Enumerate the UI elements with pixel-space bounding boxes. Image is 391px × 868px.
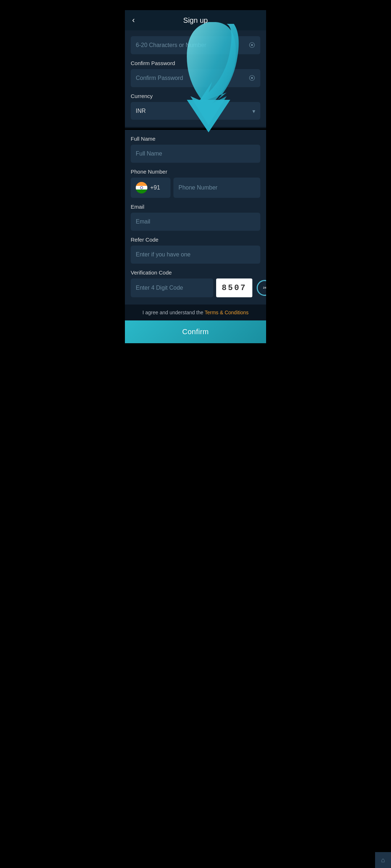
verification-input[interactable] <box>131 278 213 297</box>
refer-code-input[interactable] <box>131 246 260 264</box>
phone-label: Phone Number <box>131 169 260 175</box>
india-flag <box>136 182 147 193</box>
captcha-text: 8507 <box>222 284 247 293</box>
currency-select-wrapper: INR USD EUR ▾ <box>131 102 260 120</box>
terms-link[interactable]: Terms & Conditions <box>205 310 248 315</box>
confirm-password-label: Confirm Password <box>131 60 260 66</box>
phone-row: +91 <box>131 178 260 198</box>
form-section-upper: ⦿ Confirm Password ⦿ Currency INR USD EU… <box>125 30 266 128</box>
form-section-lower: Full Name Phone Number +91 Email R <box>125 130 266 305</box>
confirm-password-input[interactable] <box>131 69 260 87</box>
password-input[interactable] <box>131 36 260 54</box>
back-button[interactable]: ‹ <box>132 16 135 24</box>
refresh-circle: 24 ↻ <box>257 280 266 296</box>
page-title: Sign up <box>183 16 208 25</box>
full-name-input[interactable] <box>131 145 260 163</box>
header: ‹ Sign up <box>125 10 266 30</box>
terms-row: I agree and understand the Terms & Condi… <box>125 305 266 320</box>
password-input-wrapper: ⦿ <box>131 36 260 54</box>
verification-row: 8507 24 ↻ <box>131 278 260 297</box>
full-name-label: Full Name <box>131 136 260 142</box>
password-eye-icon[interactable]: ⦿ <box>249 42 255 49</box>
status-bar <box>125 0 266 10</box>
email-input[interactable] <box>131 213 260 231</box>
verification-label: Verification Code <box>131 269 260 276</box>
confirm-button[interactable]: Confirm <box>125 320 266 343</box>
email-group: Email <box>131 204 260 231</box>
captcha-refresh-button[interactable]: 24 ↻ <box>255 278 266 297</box>
confirm-password-eye-icon[interactable]: ⦿ <box>249 75 255 82</box>
verification-group: Verification Code 8507 24 ↻ <box>131 269 260 297</box>
refer-code-group: Refer Code <box>131 237 260 264</box>
currency-label: Currency <box>131 93 260 99</box>
email-label: Email <box>131 204 260 210</box>
phone-country-selector[interactable]: +91 <box>131 178 171 198</box>
phone-group: Phone Number +91 <box>131 169 260 198</box>
refresh-inner-text: 24 <box>263 286 266 290</box>
full-name-group: Full Name <box>131 136 260 163</box>
phone-input[interactable] <box>173 178 260 198</box>
refer-code-label: Refer Code <box>131 237 260 243</box>
country-code: +91 <box>150 184 160 191</box>
confirm-password-group: Confirm Password ⦿ <box>131 60 260 87</box>
currency-select[interactable]: INR USD EUR <box>131 102 260 120</box>
terms-text: I agree and understand the <box>142 310 205 315</box>
password-group: ⦿ <box>131 36 260 54</box>
confirm-password-input-wrapper: ⦿ <box>131 69 260 87</box>
captcha-display: 8507 <box>216 278 252 297</box>
currency-group: Currency INR USD EUR ▾ <box>131 93 260 120</box>
